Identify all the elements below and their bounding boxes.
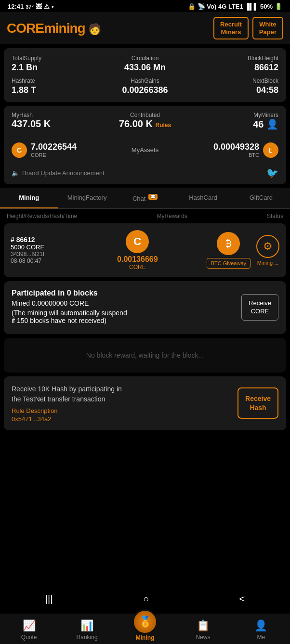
assets-row: C 7.00226544 CORE MyAssets 0.00049328 BT… xyxy=(12,136,278,158)
mining-content: Height/Rewards/Hash/Time MyRewards Statu… xyxy=(0,209,290,492)
btc-giveaway-button[interactable]: BTC Giveaway xyxy=(207,258,250,269)
core-reward-icon: C xyxy=(126,230,149,253)
quote-icon: 📈 xyxy=(23,619,36,632)
quote-label: Quote xyxy=(21,634,37,641)
twitter-icon[interactable]: 🐦 xyxy=(266,167,278,179)
mining-nav-icon: 🏅 xyxy=(132,609,158,634)
status-dot: • xyxy=(52,3,54,10)
my-assets-label: MyAssets xyxy=(132,146,158,154)
rule-description-link[interactable]: Rule Description xyxy=(12,407,122,414)
sys-back-button[interactable]: < xyxy=(239,593,245,605)
nav-ranking[interactable]: 📊 Ranking xyxy=(58,615,116,644)
column-headers: Height/Rewards/Hash/Time MyRewards Statu… xyxy=(0,209,290,223)
me-label: Me xyxy=(257,634,265,641)
chat-badge: 💬 xyxy=(148,194,158,200)
header-buttons: RecruitMiners WhitePaper xyxy=(213,17,283,39)
total-supply-stat: TotalSupply 2.1 Bn xyxy=(12,55,101,73)
ranking-label: Ranking xyxy=(77,634,98,641)
logo-core-text: CORE xyxy=(7,21,44,36)
contributed-stat: Contributed 76.00 K Rules xyxy=(101,112,189,130)
miners-icon: 👤 xyxy=(266,119,278,129)
receive-hash-button[interactable]: ReceiveHash xyxy=(237,387,278,418)
participated-title: Participated in 0 blocks xyxy=(12,289,127,297)
status-battery: 50% xyxy=(260,3,273,10)
participated-text: Participated in 0 blocks Mined 0.0000000… xyxy=(12,289,127,326)
status-right: 🔒 📡 Vo) 4G LTE1 ▐▌▌ 50% 🔋 xyxy=(188,3,282,10)
status-time: 12:41 xyxy=(8,3,24,10)
white-paper-button[interactable]: WhitePaper xyxy=(252,17,283,39)
no-reward-section: No block reward, waiting for the block..… xyxy=(4,338,286,373)
btc-asset-label: BTC xyxy=(213,152,259,158)
core-asset-value: 7.00226544 xyxy=(31,142,77,152)
tab-mining-factory[interactable]: MiningFactory xyxy=(58,188,116,208)
contributed-value: 76.00 K Rules xyxy=(101,118,189,129)
mining-block-rewards: 5000 CORE xyxy=(11,244,68,251)
myhash-label: MyHash xyxy=(12,112,99,118)
block-height-value: 86612 xyxy=(189,63,278,73)
core-asset-label: CORE xyxy=(31,152,77,158)
app-logo: COREmining 🧑 xyxy=(7,21,101,36)
nav-news[interactable]: 📋 News xyxy=(174,615,232,644)
core-asset: C 7.00226544 CORE xyxy=(12,142,77,158)
mining-block-hash: 34398...f921f xyxy=(11,251,68,258)
mining-nav-label: Mining xyxy=(136,634,155,641)
no-reward-text: No block reward, waiting for the block..… xyxy=(12,351,278,359)
tab-chat[interactable]: Chat 💬 xyxy=(116,188,174,208)
tab-gift-card[interactable]: GiftCard xyxy=(232,188,290,208)
receive-hash-section: Receive 10K Hash by participating inthe … xyxy=(4,376,286,430)
col-header-1: Height/Rewards/Hash/Time xyxy=(7,213,77,219)
mining-status: ⚙ Mining ... xyxy=(256,235,279,266)
rules-link[interactable]: Rules xyxy=(155,122,171,129)
tabs-bar: Mining MiningFactory Chat 💬 HashCard Gif… xyxy=(0,188,290,208)
announcement-row: 🔈 Brand Update Announcement 🐦 xyxy=(12,163,278,179)
status-left: 12:41 37° 🖼 ⚠ • xyxy=(8,3,53,10)
speaker-icon: 🔈 xyxy=(12,169,19,177)
circulation-stat: Circulation 433.06 Mn xyxy=(101,55,190,73)
status-temp: 37° xyxy=(26,4,34,10)
mining-btc-giveaway: ₿ BTC Giveaway xyxy=(207,232,250,269)
block-height-label: BlockHeight xyxy=(189,55,278,62)
me-icon: 👤 xyxy=(254,619,267,632)
nav-mining[interactable]: 🏅 Mining xyxy=(116,614,174,644)
col-header-3: Status xyxy=(267,213,283,219)
participated-section: Participated in 0 blocks Mined 0.0000000… xyxy=(4,281,286,334)
sys-home-button[interactable]: ○ xyxy=(143,593,149,605)
news-icon: 📋 xyxy=(197,619,210,632)
circulation-value: 433.06 Mn xyxy=(101,63,190,73)
ranking-icon: 📊 xyxy=(80,619,93,632)
status-bar: 12:41 37° 🖼 ⚠ • 🔒 📡 Vo) 4G LTE1 ▐▌▌ 50% … xyxy=(0,0,290,12)
bottom-nav: 📈 Quote 📊 Ranking 🏅 Mining 📋 News 👤 Me xyxy=(0,614,290,644)
contributed-label: Contributed xyxy=(101,112,189,118)
battery-icon: 🔋 xyxy=(275,3,282,10)
news-label: News xyxy=(196,634,210,641)
total-supply-value: 2.1 Bn xyxy=(12,63,101,73)
btc-giveaway-icon: ₿ xyxy=(217,232,240,255)
logo-icon: 🧑 xyxy=(88,23,101,35)
mining-core-reward: C 0.00136669 CORE xyxy=(74,230,201,270)
mining-block-time: 08-08 00:47 xyxy=(11,258,68,264)
core-asset-icon: C xyxy=(12,142,27,158)
btc-asset-value: 0.00049328 xyxy=(213,142,259,152)
hashrate-value: 1.88 T xyxy=(12,85,101,95)
total-supply-label: TotalSupply xyxy=(12,55,101,62)
tab-hash-card[interactable]: HashCard xyxy=(174,188,232,208)
myminers-stat: MyMiners 46 👤 xyxy=(191,112,278,130)
status-warning-icon: ⚠ xyxy=(44,3,50,10)
mining-block-row: # 86612 5000 CORE 34398...f921f 08-08 00… xyxy=(4,223,286,277)
stats-card: TotalSupply 2.1 Bn Circulation 433.06 Mn… xyxy=(4,48,286,102)
next-block-value: 04:58 xyxy=(189,85,278,95)
mining-status-label: Mining ... xyxy=(257,260,279,266)
mined-amount: Mined 0.00000000 CORE xyxy=(12,299,127,307)
btc-asset: 0.00049328 BTC ₿ xyxy=(213,142,278,158)
myhash-card: MyHash 437.05 K Contributed 76.00 K Rule… xyxy=(4,106,286,184)
tab-mining[interactable]: Mining xyxy=(0,188,58,208)
sys-menu-button[interactable]: ||| xyxy=(45,593,53,605)
recruit-miners-button[interactable]: RecruitMiners xyxy=(213,17,249,39)
receive-core-button[interactable]: ReceiveCORE xyxy=(241,294,278,321)
hash-gains-stat: HashGains 0.00266386 xyxy=(101,77,190,95)
btc-asset-icon: ₿ xyxy=(263,142,278,158)
circulation-label: Circulation xyxy=(101,55,190,62)
col-header-2: MyRewards xyxy=(157,213,187,219)
nav-quote[interactable]: 📈 Quote xyxy=(0,615,58,644)
nav-me[interactable]: 👤 Me xyxy=(232,615,290,644)
